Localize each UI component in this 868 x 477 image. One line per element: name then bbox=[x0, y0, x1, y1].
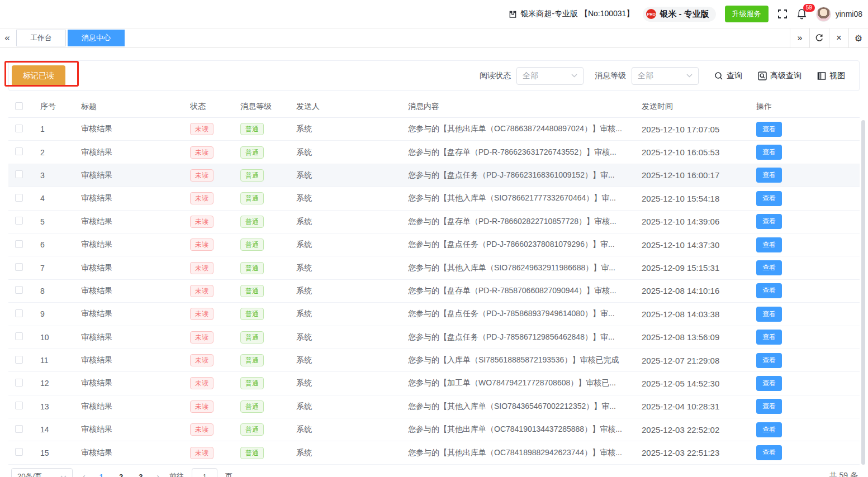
level-badge: 普通 bbox=[240, 169, 264, 182]
table-row[interactable]: 5审核结果未读普通系统您参与的【盘存单（PD-R-786602822710857… bbox=[8, 211, 860, 233]
refresh-icon[interactable] bbox=[809, 28, 829, 47]
chevron-down-icon bbox=[571, 74, 577, 78]
message-level-select[interactable]: 全部 bbox=[632, 67, 699, 85]
page-number-3[interactable]: 3 bbox=[135, 470, 146, 477]
read-status-select[interactable]: 全部 bbox=[516, 67, 584, 85]
page-number-1[interactable]: 1 bbox=[96, 470, 107, 477]
view-button[interactable]: 查看 bbox=[756, 214, 782, 229]
row-action-cell: 查看 bbox=[756, 145, 860, 160]
plan-badge[interactable]: PRO 银米 - 专业版 bbox=[643, 7, 715, 22]
row-action-cell: 查看 bbox=[756, 191, 860, 206]
row-checkbox[interactable] bbox=[15, 217, 23, 225]
filter-message-level: 消息等级 全部 bbox=[595, 67, 699, 85]
view-button[interactable]: 查看 bbox=[756, 168, 782, 183]
row-checkbox-cell bbox=[8, 356, 34, 365]
table-row[interactable]: 15审核结果未读普通系统您参与的【其他出库单（OC784189882942623… bbox=[8, 441, 860, 464]
page-size-select[interactable]: 20条/页 bbox=[11, 468, 73, 477]
row-checkbox[interactable] bbox=[15, 170, 23, 178]
view-button[interactable]: 查看 bbox=[756, 122, 782, 137]
notification-bell[interactable]: 59 bbox=[796, 8, 807, 20]
row-title: 审核结果 bbox=[75, 286, 190, 296]
table-row[interactable]: 7审核结果未读普通系统您参与的【其他入库单（SIO786249632911986… bbox=[8, 256, 860, 279]
top-header: 银米商超-专业版 【No:100031】 PRO 银米 - 专业版 升级服务 5… bbox=[0, 0, 868, 28]
row-checkbox[interactable] bbox=[15, 332, 23, 340]
view-button[interactable]: 查看 bbox=[756, 445, 782, 460]
row-checkbox-cell bbox=[8, 194, 34, 203]
view-button[interactable]: 查看 bbox=[756, 307, 782, 322]
table-row[interactable]: 4审核结果未读普通系统您参与的【其他入库单（SIO786621777332670… bbox=[8, 187, 860, 210]
view-button[interactable]: 查看 bbox=[756, 237, 782, 252]
view-config-button[interactable]: 视图 bbox=[817, 71, 845, 81]
view-button[interactable]: 查看 bbox=[756, 283, 782, 298]
view-button[interactable]: 查看 bbox=[756, 376, 782, 391]
query-button[interactable]: 查询 bbox=[714, 71, 742, 81]
page-number-2[interactable]: 2 bbox=[115, 470, 127, 477]
tab-message-center[interactable]: 消息中心 bbox=[68, 30, 125, 46]
advanced-search-icon bbox=[758, 71, 767, 80]
table-row[interactable]: 10审核结果未读普通系统您参与的【盘点任务（PD-J-7858671298564… bbox=[8, 326, 860, 349]
row-sender: 系统 bbox=[296, 263, 408, 273]
tab-workbench[interactable]: 工作台 bbox=[16, 30, 66, 46]
row-number: 10 bbox=[34, 333, 75, 342]
row-checkbox[interactable] bbox=[15, 147, 23, 155]
row-checkbox[interactable] bbox=[15, 240, 23, 248]
row-checkbox[interactable] bbox=[15, 286, 23, 294]
row-checkbox[interactable] bbox=[15, 194, 23, 202]
row-content: 您参与的【其他出库单（OC784190134437285888）】审核... bbox=[408, 424, 642, 435]
table-row[interactable]: 8审核结果未读普通系统您参与的【盘存单（PD-R-785870660827090… bbox=[8, 280, 860, 303]
table-row[interactable]: 13审核结果未读普通系统您参与的【其他入库单（SIO78436546700221… bbox=[8, 395, 860, 418]
row-sender: 系统 bbox=[296, 448, 408, 458]
table-row[interactable]: 1审核结果未读普通系统您参与的【其他出库单（OC7866387244808970… bbox=[8, 118, 860, 141]
view-button[interactable]: 查看 bbox=[756, 145, 782, 160]
filter-read-status-label: 阅读状态 bbox=[480, 71, 511, 81]
row-checkbox[interactable] bbox=[15, 356, 23, 364]
mark-read-button[interactable]: 标记已读 bbox=[12, 65, 65, 87]
table-row[interactable]: 11审核结果未读普通系统您参与的【入库单（SI78561888587219353… bbox=[8, 349, 860, 372]
next-page-icon[interactable]: › bbox=[154, 472, 162, 477]
level-badge: 普通 bbox=[240, 331, 264, 344]
row-checkbox[interactable] bbox=[15, 263, 23, 271]
row-checkbox[interactable] bbox=[15, 448, 23, 456]
goto-page-input[interactable] bbox=[192, 468, 217, 477]
table-row[interactable]: 9审核结果未读普通系统您参与的【盘点任务（PD-J-78586893794961… bbox=[8, 303, 860, 326]
table-row[interactable]: 3审核结果未读普通系统您参与的【盘点任务（PD-J-78662316836100… bbox=[8, 164, 860, 187]
row-number: 4 bbox=[34, 194, 75, 203]
message-toolbar: 标记已读 阅读状态 全部 消息等级 全部 查询 bbox=[8, 60, 860, 91]
select-all-checkbox[interactable] bbox=[15, 102, 23, 110]
view-button[interactable]: 查看 bbox=[756, 399, 782, 414]
row-checkbox-cell bbox=[8, 425, 34, 435]
row-send-time: 2025-12-08 14:10:16 bbox=[642, 286, 756, 295]
fullscreen-icon[interactable] bbox=[777, 9, 788, 19]
row-level-cell: 普通 bbox=[240, 377, 296, 389]
row-checkbox[interactable] bbox=[15, 379, 23, 387]
view-button[interactable]: 查看 bbox=[756, 422, 782, 437]
row-sender: 系统 bbox=[296, 402, 408, 412]
row-send-time: 2025-12-10 16:00:17 bbox=[642, 170, 756, 180]
vertical-scrollbar[interactable] bbox=[861, 120, 865, 465]
row-content: 您参与的【入库单（SI785618885872193536）】审核已完成 bbox=[408, 355, 642, 365]
upgrade-service-button[interactable]: 升级服务 bbox=[725, 6, 769, 22]
row-checkbox[interactable] bbox=[15, 309, 23, 317]
collapse-tabs-icon[interactable]: « bbox=[0, 32, 15, 44]
view-button[interactable]: 查看 bbox=[756, 330, 782, 345]
table-row[interactable]: 12审核结果未读普通系统您参与的【加工单（WO78479421772870860… bbox=[8, 372, 860, 395]
row-number: 15 bbox=[34, 449, 75, 457]
view-button[interactable]: 查看 bbox=[756, 260, 782, 275]
row-checkbox[interactable] bbox=[15, 402, 23, 409]
view-config-button-label: 视图 bbox=[829, 71, 845, 81]
user-avatar[interactable] bbox=[816, 7, 831, 22]
row-title: 审核结果 bbox=[75, 402, 190, 412]
table-row[interactable]: 6审核结果未读普通系统您参与的【盘点任务（PD-J-78660237808107… bbox=[8, 233, 860, 256]
expand-tabs-icon[interactable]: » bbox=[790, 28, 809, 47]
close-tab-icon[interactable]: × bbox=[829, 28, 848, 47]
prev-page-icon[interactable]: ‹ bbox=[80, 472, 88, 477]
store-icon bbox=[509, 10, 517, 18]
row-checkbox[interactable] bbox=[15, 125, 23, 132]
table-row[interactable]: 2审核结果未读普通系统您参与的【盘存单（PD-R-786623631726743… bbox=[8, 141, 860, 164]
row-checkbox[interactable] bbox=[15, 425, 23, 433]
tab-settings-gear-icon[interactable]: ⚙ bbox=[848, 28, 868, 47]
table-row[interactable]: 14审核结果未读普通系统您参与的【其他出库单（OC784190134437285… bbox=[8, 418, 860, 441]
advanced-query-button[interactable]: 高级查询 bbox=[758, 71, 801, 81]
view-button[interactable]: 查看 bbox=[756, 353, 782, 368]
view-button[interactable]: 查看 bbox=[756, 191, 782, 206]
